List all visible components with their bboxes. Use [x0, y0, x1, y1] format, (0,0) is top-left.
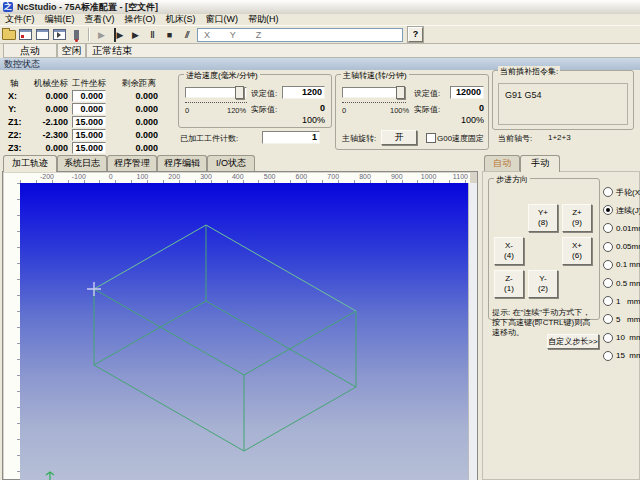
mech-value: -2.100 [28, 117, 68, 127]
work-coord-field[interactable]: 15.000 [72, 142, 106, 154]
step-option-radio[interactable]: 1 mm [603, 295, 640, 307]
axis-label: Y: [8, 104, 16, 114]
tab-toolpath[interactable]: 加工轨迹 [3, 155, 57, 172]
window-arrange-icon[interactable] [52, 28, 67, 42]
spindle-slider-thumb[interactable] [396, 86, 405, 99]
interp-group-title: 当前插补指令集: [498, 66, 560, 77]
step-option-radio[interactable]: 手轮(X) [603, 186, 640, 198]
spindle-min: 0 [342, 106, 346, 115]
step-option-radio[interactable]: 0.01mm [603, 222, 640, 234]
work-coord-field[interactable]: 15.000 [72, 116, 106, 128]
nc-status-panel: 轴 机械坐标 工件坐标 剩余距离 X: 0.000 0.000 0.000 Y:… [0, 70, 640, 154]
spindle-set-field[interactable]: 12000 [450, 86, 484, 99]
view-window-icon[interactable] [35, 28, 50, 42]
open-file-icon[interactable] [1, 28, 16, 42]
step-option-radio[interactable]: 0.1 mm [603, 259, 640, 271]
tab-auto[interactable]: 自动 [484, 155, 520, 171]
work-coord-field[interactable]: 15.000 [72, 129, 106, 141]
toolpath-view: -200-10001002003004005006007008009001000… [2, 171, 478, 480]
col-mech: 机械坐标 [34, 78, 68, 90]
rem-value: 0.000 [118, 104, 158, 114]
mode-pane: 点动 [3, 43, 57, 58]
ruler-label: 800 [359, 173, 371, 180]
xyz-input[interactable]: X Y Z [197, 28, 403, 42]
tab-program-edit[interactable]: 程序编辑 [157, 155, 207, 171]
spindle-on-button[interactable]: 开 [381, 130, 417, 145]
jog-z-minus-button[interactable]: Z-(1) [494, 270, 524, 298]
work-coord-field[interactable]: 0.000 [72, 103, 106, 115]
mech-value: 0.000 [28, 91, 68, 101]
jog-z-plus-button[interactable]: Z+(9) [562, 204, 592, 232]
radio-icon [603, 260, 613, 270]
feed-set-field[interactable]: 1200 [282, 86, 325, 99]
spindle-max: 100% [390, 106, 409, 115]
rem-value: 0.000 [118, 91, 158, 101]
message-pane: 正常结束 [86, 43, 640, 58]
radio-icon [603, 223, 613, 233]
tab-io-status[interactable]: I/O状态 [207, 155, 255, 171]
step-option-label: 手轮(X) [616, 187, 640, 198]
radio-icon [603, 242, 613, 252]
mech-value: 0.000 [28, 104, 68, 114]
jog-y-minus-button[interactable]: Y-(2) [528, 270, 558, 298]
step-option-radio[interactable]: 0.5 mm [603, 277, 640, 289]
ruler-label: 900 [391, 173, 403, 180]
menu-bar: 文件(F) 编辑(E) 查看(V) 操作(O) 机床(S) 窗口(W) 帮助(H… [0, 14, 640, 25]
tool-position-marker [87, 282, 101, 296]
wireframe-box [20, 183, 470, 480]
step-option-label: 0.05mm [616, 242, 640, 251]
interp-value: G91 G54 [505, 90, 542, 100]
state-pane: 空闲 [57, 43, 86, 58]
step-option-radio[interactable]: 连续(J) [603, 204, 640, 216]
ruler-label: -100 [72, 173, 86, 180]
toolpath-canvas[interactable] [20, 183, 470, 480]
stop-icon[interactable]: ■ [162, 28, 177, 42]
block-skip-icon[interactable]: // [179, 28, 194, 42]
rem-value: 0.000 [118, 130, 158, 140]
feed-slider-thumb[interactable] [235, 86, 244, 99]
rem-value: 0.000 [118, 143, 158, 153]
tab-manual[interactable]: 手动 [520, 155, 560, 172]
workpiece-count-field[interactable]: 1 [262, 131, 320, 144]
ruler-label: -200 [40, 173, 54, 180]
custom-step-button[interactable]: 自定义步长>> [547, 334, 599, 349]
spindle-actual-value: 0 [444, 103, 484, 113]
app-logo-icon: 之 [3, 2, 13, 12]
resume-icon[interactable]: ▶ [94, 28, 109, 42]
help-icon[interactable]: ? [408, 27, 423, 42]
mech-value: -2.300 [28, 130, 68, 140]
step-option-radio[interactable]: 10 mm [603, 332, 640, 344]
jog-x-plus-button[interactable]: X+(6) [562, 237, 592, 265]
tab-program-manage[interactable]: 程序管理 [107, 155, 157, 171]
spindle-slider-ticks [342, 102, 406, 105]
tab-system-log[interactable]: 系统日志 [57, 155, 107, 171]
manual-panel: 步进方向 Y+(8) Z+(9) X-(4) X+(6) Z-(1) Y-(2)… [482, 171, 640, 480]
col-axis: 轴 [10, 78, 19, 90]
ncstudio-window: 之 NcStudio - 75A标准配置 - [空文件] 文件(F) 编辑(E)… [0, 0, 640, 480]
radio-icon [603, 205, 613, 215]
pause-icon[interactable]: ‖ [145, 28, 160, 42]
ruler-label: 1000 [421, 173, 437, 180]
ruler-label: 300 [200, 173, 212, 180]
toolbar-separator [88, 28, 90, 41]
jog-x-minus-button[interactable]: X-(4) [494, 237, 524, 265]
feed-max: 120% [227, 106, 246, 115]
jog-y-plus-button[interactable]: Y+(8) [528, 204, 558, 232]
spindle-group: 主轴转速(转/分钟) 0 100% 设定值: 12000 实际值: 0 100%… [335, 74, 489, 150]
vertical-scrollbar[interactable] [468, 183, 477, 480]
step-option-radio[interactable]: 0.05mm [603, 241, 640, 253]
origin-axis-icon [46, 472, 54, 480]
feed-percent: 100% [285, 115, 325, 125]
window-title: NcStudio - 75A标准配置 - [空文件] [17, 1, 158, 14]
step-option-radio[interactable]: 5 mm [603, 313, 640, 325]
spindle-set-label: 设定值: [414, 88, 440, 99]
ruler-label: 0 [109, 173, 113, 180]
tool-setting-icon[interactable] [69, 28, 84, 42]
start-icon[interactable]: ▶ [128, 28, 143, 42]
step-icon[interactable]: ▶ [111, 28, 126, 42]
step-option-radio[interactable]: 15 mm [603, 350, 640, 362]
step-option-label: 5 mm [616, 315, 640, 324]
simulate-icon[interactable] [18, 28, 33, 42]
g00-checkbox[interactable] [426, 133, 436, 143]
work-coord-field[interactable]: 0.000 [72, 90, 106, 102]
